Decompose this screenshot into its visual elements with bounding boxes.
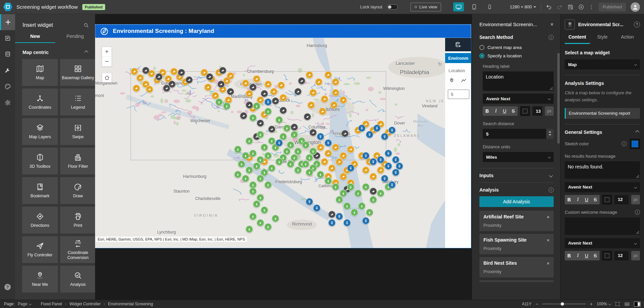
widget-tile-basemap-gallery[interactable]: Basemap Gallery	[60, 59, 95, 86]
analysis-card[interactable]: Fish Spawning Site×Proximity	[479, 234, 554, 254]
panel-scrollbar[interactable]	[557, 38, 560, 295]
widget-tile-bookmark[interactable]: Bookmark	[22, 177, 58, 204]
live-view-button[interactable]: Live view	[411, 3, 441, 11]
inputs-section-toggle[interactable]: Inputs	[479, 173, 554, 178]
widget-tile-map-layers[interactable]: Map Layers	[22, 118, 58, 145]
bold-button[interactable]: B	[565, 195, 573, 204]
tab-style[interactable]: Style	[590, 34, 615, 44]
sketch-color-swatch[interactable]	[630, 139, 640, 149]
publish-button[interactable]: Published	[599, 3, 626, 11]
widget-tile-3d-toolbox[interactable]: 3D Toolbox	[22, 148, 58, 174]
lock-layout-toggle[interactable]	[387, 4, 398, 10]
rail-item-data[interactable]	[0, 46, 15, 62]
point-sketch-icon[interactable]	[448, 78, 455, 84]
search-icon[interactable]	[83, 22, 89, 28]
rail-item-insert-widget[interactable]	[0, 14, 15, 30]
remove-analysis-icon[interactable]: ×	[547, 261, 550, 266]
search-distance-input[interactable]: 5	[483, 129, 554, 139]
font-family-dropdown[interactable]: Avenir Next	[565, 182, 640, 192]
zoom-in-button[interactable]: +	[102, 47, 112, 57]
tab-content[interactable]: Content	[565, 34, 590, 44]
fit-to-screen-button[interactable]	[615, 301, 620, 307]
zoom-out-button[interactable]: −	[102, 57, 112, 66]
underline-button[interactable]: U	[582, 251, 591, 260]
redo-button[interactable]	[557, 4, 563, 10]
preview-button[interactable]	[578, 4, 584, 10]
widget-tile-directions[interactable]: Directions	[22, 207, 58, 234]
page-selector[interactable]: Page	[18, 302, 31, 306]
slider-knob[interactable]	[561, 302, 564, 306]
font-family-dropdown[interactable]: Avenir Next	[565, 238, 640, 248]
font-color-swatch[interactable]	[602, 251, 612, 260]
remove-analysis-icon[interactable]: ×	[547, 214, 550, 219]
widget-tile-coordinates[interactable]: Coordinates	[22, 89, 58, 115]
map-item-screening-report[interactable]: Environmental Screening report	[565, 108, 640, 119]
radio-specify-location[interactable]: Specify a location	[479, 53, 554, 58]
font-family-dropdown[interactable]: Avenir Next	[483, 94, 554, 104]
analysis-card[interactable]: Bird Nest Sites×Proximity	[479, 257, 554, 277]
remove-analysis-icon[interactable]: ×	[547, 238, 550, 243]
rail-item-tools[interactable]	[0, 62, 15, 79]
tablet-view-button[interactable]	[469, 2, 479, 11]
font-color-swatch[interactable]	[602, 195, 612, 204]
breadcrumb-item-environmental-screening[interactable]: Environmental Screening	[108, 302, 153, 306]
rail-item-settings[interactable]	[0, 95, 15, 111]
no-results-textarea[interactable]: No results found.	[565, 161, 640, 179]
widget-tile-coordinate-conversion[interactable]: Coordinate Conversion	[60, 236, 95, 263]
map-widget[interactable]: Environmental Screening : Maryland +	[95, 24, 471, 248]
italic-button[interactable]: I	[573, 251, 582, 260]
distance-units-dropdown[interactable]: Miles	[483, 152, 554, 162]
widget-tile-map[interactable]: Map	[22, 59, 58, 86]
fit-width-button[interactable]	[624, 301, 630, 307]
bold-button[interactable]: B	[565, 251, 573, 260]
widget-tile-floor-filter[interactable]: Floor Filter	[60, 148, 95, 174]
breadcrumb-item-fixed-panel[interactable]: Fixed Panel	[41, 302, 62, 306]
distance-input[interactable]: 5	[448, 90, 469, 99]
widget-tile-analysis[interactable]: Analysis	[60, 266, 95, 293]
undo-button[interactable]	[546, 4, 552, 10]
widget-tile-near-me[interactable]: Near Me	[22, 266, 58, 293]
strikethrough-button[interactable]: S	[591, 195, 600, 204]
underline-button[interactable]: U	[582, 195, 591, 204]
canvas-zoom-dropdown[interactable]: 100%	[597, 302, 611, 306]
font-size-input[interactable]: 12	[614, 195, 629, 204]
widget-tile-print[interactable]: Print	[60, 207, 95, 234]
heading-textarea[interactable]: Location	[483, 71, 554, 91]
font-size-input[interactable]: 12	[614, 251, 629, 260]
strikethrough-button[interactable]: S	[591, 251, 600, 260]
avatar[interactable]	[631, 2, 640, 12]
italic-button[interactable]: I	[491, 106, 500, 116]
more-options-button[interactable]: ⋮	[589, 5, 594, 9]
font-color-swatch[interactable]	[520, 106, 530, 116]
italic-button[interactable]: I	[573, 195, 582, 204]
analysis-card[interactable]: Artificial Reef Site×Proximity	[479, 211, 554, 231]
strikethrough-button[interactable]: S	[509, 106, 518, 116]
add-data-tab[interactable]	[445, 38, 471, 51]
widget-tile-draw[interactable]: Draw	[60, 177, 95, 204]
underline-button[interactable]: U	[500, 106, 509, 116]
panel-toggle-button[interactable]	[634, 302, 641, 307]
chevron-up-icon[interactable]	[84, 50, 88, 54]
close-icon[interactable]: ×	[550, 21, 554, 27]
font-size-input[interactable]: 13	[532, 106, 542, 116]
bold-button[interactable]: B	[483, 106, 491, 116]
rail-item-page[interactable]	[0, 30, 15, 46]
canvas-zoom-slider[interactable]	[542, 304, 586, 304]
help-icon[interactable]: ?	[634, 21, 640, 28]
welcome-textarea[interactable]	[565, 217, 640, 235]
map-area[interactable]: + − Esri, HERE, Garmin, USGS, EPA, NPS |…	[95, 38, 471, 248]
help-button[interactable]: ?	[4, 284, 11, 290]
builder-canvas[interactable]: Environmental Screening : Maryland +	[95, 14, 472, 300]
zoom-in-button[interactable]: +	[590, 301, 593, 307]
phone-view-button[interactable]	[484, 2, 495, 11]
resolution-dropdown[interactable]: 1280 × 800	[510, 4, 536, 9]
polyline-sketch-icon[interactable]	[461, 78, 467, 84]
tab-pending[interactable]: Pending	[55, 34, 95, 43]
chevron-up-icon[interactable]	[635, 130, 639, 134]
desktop-view-button[interactable]	[453, 2, 464, 11]
add-analysis-button[interactable]: Add Analysis	[479, 196, 554, 207]
tab-new[interactable]: New	[15, 34, 55, 43]
tab-action[interactable]: Action	[615, 34, 640, 44]
screening-tab[interactable]: Environm	[445, 53, 471, 63]
widget-tile-legend[interactable]: Legend	[60, 89, 95, 115]
